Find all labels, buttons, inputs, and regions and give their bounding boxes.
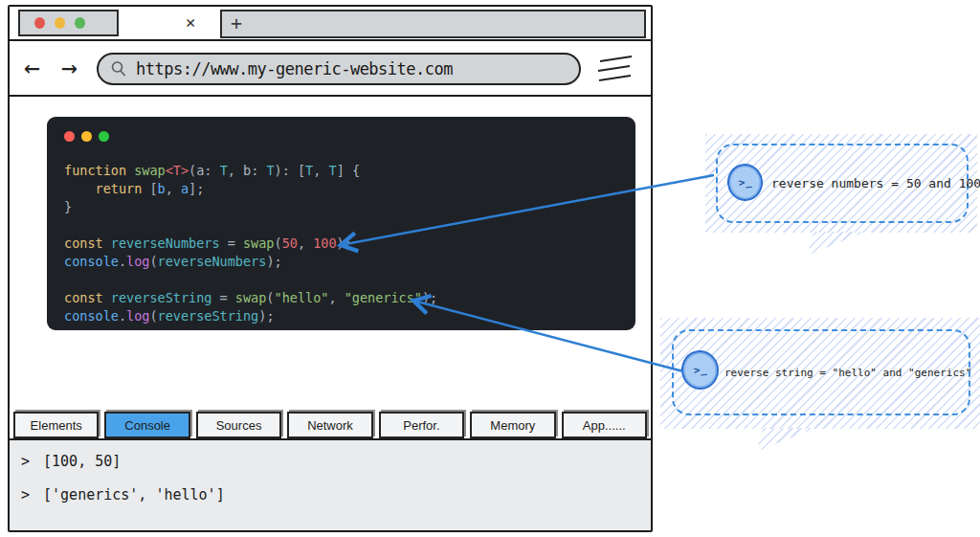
forward-icon[interactable]: →	[61, 52, 78, 83]
code-line: console.log(reverseString);	[64, 307, 618, 325]
code-line: console.log(reverseNumbers);	[64, 253, 618, 271]
terminal-prompt-glyph: >_	[693, 363, 707, 377]
code-line: return [b, a];	[64, 180, 618, 198]
code-line: const reverseString = swap("hello", "gen…	[64, 289, 618, 307]
console-output: ['generics', 'hello']	[43, 486, 225, 503]
browser-window: ✕ + ← → https://www.my-generic-website.c…	[8, 5, 653, 532]
page: ✕ + ← → https://www.my-generic-website.c…	[0, 0, 980, 537]
editor-close-icon	[64, 131, 75, 142]
back-icon[interactable]: ←	[24, 52, 40, 83]
callout-string-text: reverse string = "hello" and "generics"	[724, 367, 971, 379]
console-prompt: >	[21, 453, 30, 470]
code-editor: function swap<T>(a: T, b: T): [T, T] { r…	[47, 117, 635, 330]
url-text: https://www.my-generic-website.com	[136, 59, 453, 78]
devtools-tab-app[interactable]: App......	[562, 412, 647, 438]
menu-icon[interactable]	[593, 53, 635, 85]
console-output: [100, 50]	[43, 453, 121, 470]
inactive-tab[interactable]: +	[220, 10, 646, 38]
code-line: }	[64, 198, 618, 216]
callout-numbers-tail	[807, 232, 866, 256]
search-icon	[110, 60, 127, 78]
editor-minimize-icon	[81, 131, 92, 142]
maximize-window-icon[interactable]	[75, 17, 85, 29]
minimize-window-icon[interactable]	[55, 17, 65, 29]
address-bar[interactable]: https://www.my-generic-website.com	[97, 53, 581, 85]
devtools-tab-memory[interactable]: Memory	[470, 412, 555, 438]
devtools-tab-perfor[interactable]: Perfor.	[379, 412, 464, 438]
console-panel: > [100, 50] > ['generics', 'hello']	[10, 440, 651, 530]
code-line	[64, 216, 618, 235]
tab-close-icon[interactable]: ✕	[186, 12, 195, 32]
window-controls	[18, 10, 119, 36]
browser-navbar: ← → https://www.my-generic-website.com	[10, 41, 651, 97]
code-block: function swap<T>(a: T, b: T): [T, T] { r…	[64, 162, 618, 325]
callout-string-tail	[756, 428, 815, 452]
devtools-tab-network[interactable]: Network	[287, 412, 372, 438]
terminal-prompt-glyph: >_	[738, 175, 752, 190]
browser-tab-strip: ✕ +	[10, 7, 651, 41]
devtools-tab-console[interactable]: Console	[104, 412, 189, 438]
devtools-tab-sources[interactable]: Sources	[196, 412, 281, 438]
code-line	[64, 271, 618, 289]
console-entry: > ['generics', 'hello']	[21, 486, 639, 503]
devtools-tab-bar: ElementsConsoleSourcesNetworkPerfor.Memo…	[10, 409, 651, 440]
callout-numbers-text: reverse numbers = 50 and 100	[771, 176, 980, 190]
code-line: function swap<T>(a: T, b: T): [T, T] {	[64, 162, 618, 180]
new-tab-icon[interactable]: +	[231, 13, 242, 33]
close-window-icon[interactable]	[34, 17, 45, 29]
console-prompt: >	[21, 486, 30, 503]
devtools-tab-elements[interactable]: Elements	[13, 412, 99, 438]
code-line: const reverseNumbers = swap(50, 100);	[64, 235, 618, 253]
editor-maximize-icon	[99, 131, 109, 142]
editor-window-controls	[64, 131, 618, 142]
console-entry: > [100, 50]	[21, 453, 639, 470]
